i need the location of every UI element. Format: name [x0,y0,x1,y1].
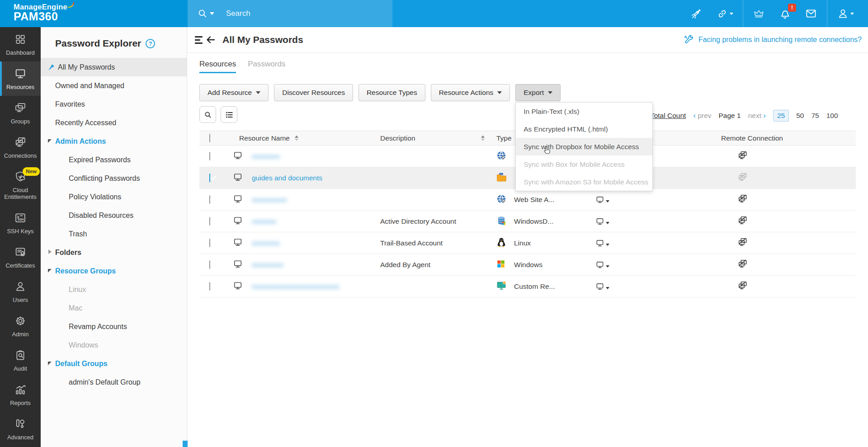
sort-arrows-icon[interactable] [481,135,485,141]
accounts-dropdown[interactable] [595,195,609,204]
remote-connection-icon[interactable] [737,150,748,160]
monitor-icon [595,260,604,269]
column-header-type[interactable]: Type [496,134,512,142]
collapse-triangle-icon [48,269,52,273]
accounts-dropdown[interactable] [595,217,609,226]
row-checkbox-checked[interactable] [209,174,210,182]
explorer-item-owned-and-managed[interactable]: Owned and Managed [41,76,187,95]
row-checkbox[interactable] [209,195,210,204]
explorer-item-disabled-resources[interactable]: Disabled Resources [41,206,187,225]
back-arrow-icon[interactable] [205,34,216,45]
explorer-section-admin-actions[interactable]: Admin Actions [41,132,187,151]
notifications-button[interactable]: ! [772,0,798,27]
column-header-description[interactable]: Description [380,134,415,142]
row-checkbox[interactable] [209,260,210,269]
add-resource-button[interactable]: Add Resource [199,84,269,101]
resource-name-link-blurred[interactable]: xxxxxxxxxx [252,196,287,204]
sidebar-item-certificates[interactable]: Certificates [0,240,41,274]
menu-toggle-icon[interactable] [195,36,203,44]
account-menu-button[interactable] [830,0,861,27]
sidebar-item-admin[interactable]: Admin [0,309,41,343]
search-scope-caret-icon[interactable] [210,12,214,15]
menu-item-encrypted-html[interactable]: As Encrypted HTML (.html) [516,120,652,138]
sidebar-item-resources[interactable]: Resources [0,61,41,96]
export-dropdown-menu: In Plain-Text (.xls) As Encrypted HTML (… [515,102,653,191]
explorer-item-revamp-accounts-group[interactable]: Revamp Accounts [41,317,187,336]
row-checkbox[interactable] [209,282,210,291]
table-search-button[interactable] [199,106,216,123]
panel-collapse-handle[interactable] [183,441,188,447]
tab-resources[interactable]: Resources [199,60,236,73]
accounts-dropdown[interactable] [595,239,609,248]
resource-name-link[interactable]: guides and documents [252,174,322,182]
explorer-section-folders[interactable]: Folders [41,243,187,262]
remote-connection-icon[interactable] [737,237,748,247]
sort-arrows-icon[interactable] [295,135,298,141]
explorer-item-label: Owned and Managed [55,82,124,89]
sidebar-item-advanced[interactable]: Advanced [0,412,41,446]
row-checkbox[interactable] [209,152,210,160]
resource-name-link-blurred[interactable]: xxxxxxxxxxxxxxxxxxxxxxxxx [252,282,340,291]
prev-page-button[interactable]: ‹ prev [693,111,711,120]
sidebar-item-reports[interactable]: Reports [0,377,41,412]
accounts-dropdown[interactable] [595,260,609,269]
explorer-section-default-groups[interactable]: Default Groups [41,354,187,373]
explorer-item-linux-group[interactable]: Linux [41,280,187,299]
whats-new-rocket-button[interactable] [684,0,709,27]
menu-item-plain-text-xls[interactable]: In Plain-Text (.xls) [516,103,652,120]
help-icon[interactable]: ? [146,39,155,48]
explorer-item-conflicting-passwords[interactable]: Conflicting Passwords [41,169,187,188]
resource-name-link-blurred[interactable]: xxxxxxx [252,217,276,226]
sidebar-item-dashboard[interactable]: Dashboard [0,27,41,61]
resource-name-link-blurred[interactable]: xxxxxxxx [252,152,280,160]
menu-item-sync-dropbox[interactable]: Sync with Dropbox for Mobile Access [516,138,652,155]
monitor-icon [233,216,243,226]
page-size-100[interactable]: 100 [826,112,838,120]
page-size-75[interactable]: 75 [811,112,819,120]
sidebar-item-ssh-keys[interactable]: SSH Keys [0,206,41,240]
column-header-resource-name[interactable]: Resource Name [239,134,290,142]
explorer-item-favorites[interactable]: Favorites [41,95,187,113]
page-size-50[interactable]: 50 [796,112,804,120]
remote-connection-icon[interactable] [737,193,748,204]
sidebar-item-cloud-entitlements[interactable]: New Cloud Entitlements [0,165,41,206]
sidebar-item-connections[interactable]: Connections [0,130,41,165]
column-list-view-button[interactable] [221,106,237,123]
resource-types-button[interactable]: Resource Types [359,84,425,101]
explorer-item-admins-default-group[interactable]: admin's Default Group [41,373,187,391]
explorer-item-all-my-passwords[interactable]: All My Passwords [41,58,187,76]
accounts-dropdown[interactable] [595,282,609,291]
explorer-item-policy-violations[interactable]: Policy Violations [41,188,187,206]
explorer-item-expired-passwords[interactable]: Expired Passwords [41,151,187,169]
remote-connection-help-link[interactable]: Facing problems in launching remote conn… [683,34,862,46]
resource-actions-button[interactable]: Resource Actions [431,84,510,101]
sidebar-item-users[interactable]: Users [0,274,41,309]
sidebar-item-groups[interactable]: Groups [0,96,41,130]
explorer-item-trash[interactable]: Trash [41,225,187,243]
page-size-25[interactable]: 25 [773,110,789,122]
total-count-link[interactable]: Total Count [651,112,686,119]
remote-connection-icon[interactable] [737,215,748,226]
quick-link-button[interactable] [709,0,740,27]
license-crown-button[interactable] [746,0,772,27]
messages-button[interactable] [798,0,824,27]
select-all-checkbox[interactable] [209,134,210,142]
explorer-item-windows-group[interactable]: Windows [41,336,187,354]
sidebar-item-audit[interactable]: Audit [0,343,41,377]
resource-name-link-blurred[interactable]: xxxxxxxxx [252,261,283,269]
list-view-icon [225,110,234,119]
row-checkbox[interactable] [209,217,210,226]
export-button[interactable]: Export [515,84,561,101]
global-search[interactable]: Search [188,0,392,27]
remote-connection-icon[interactable] [737,280,748,291]
logo[interactable]: ManageEngine PAM360 [0,0,188,27]
remote-connection-icon[interactable] [737,259,748,269]
explorer-item-recently-accessed[interactable]: Recently Accessed [41,113,187,132]
explorer-section-resource-groups[interactable]: Resource Groups [41,262,187,280]
resource-name-link-blurred[interactable]: xxxxxxxx [252,239,280,247]
row-checkbox[interactable] [209,239,210,247]
discover-resources-button[interactable]: Discover Resources [274,84,353,101]
tab-passwords[interactable]: Passwords [248,60,285,73]
next-page-button[interactable]: next › [748,111,766,120]
explorer-item-mac-group[interactable]: Mac [41,299,187,317]
